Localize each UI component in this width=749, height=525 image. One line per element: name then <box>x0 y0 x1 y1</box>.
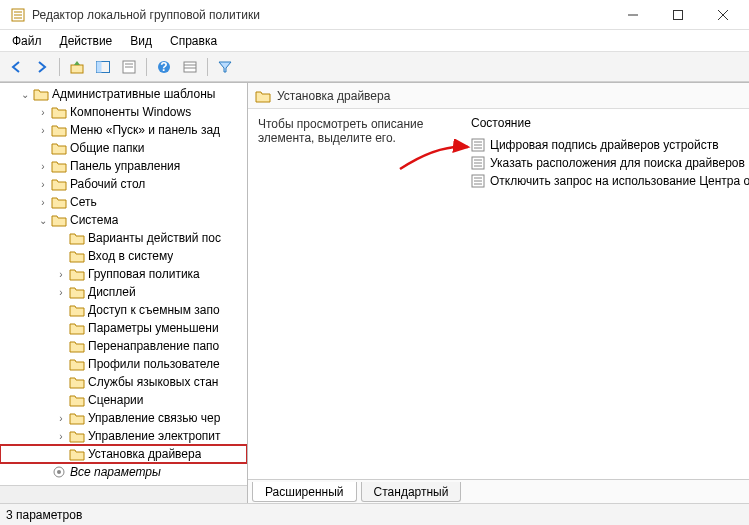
tree-item[interactable]: ›Перенаправление папо <box>0 337 247 355</box>
tree-item-driver-install[interactable]: ›Установка драйвера <box>0 445 247 463</box>
folder-icon <box>69 393 85 407</box>
setting-label: Цифровая подпись драйверов устройств <box>490 138 719 152</box>
folder-icon <box>69 357 85 371</box>
app-icon <box>10 7 26 23</box>
menu-file[interactable]: Файл <box>4 32 50 50</box>
tree-item[interactable]: ›Управление связью чер <box>0 409 247 427</box>
tree-item[interactable]: ›Рабочий стол <box>0 175 247 193</box>
expand-icon[interactable]: › <box>36 125 50 136</box>
collapse-icon[interactable]: ⌄ <box>36 215 50 226</box>
tree-item[interactable]: ›Групповая политика <box>0 265 247 283</box>
column-header-state[interactable]: Состояние <box>463 113 749 136</box>
svg-rect-5 <box>673 10 682 19</box>
tree-item[interactable]: ›Сеть <box>0 193 247 211</box>
tree-item-admin-templates[interactable]: ⌄ Административные шаблоны <box>0 85 247 103</box>
folder-icon <box>69 429 85 443</box>
main-area: ⌄ Административные шаблоны ›Компоненты W… <box>0 82 749 503</box>
tree-item[interactable]: ›Параметры уменьшени <box>0 319 247 337</box>
tree-item[interactable]: ›Меню «Пуск» и панель зад <box>0 121 247 139</box>
tree-item[interactable]: ›Общие папки <box>0 139 247 157</box>
tree-label: Доступ к съемным запо <box>88 303 220 317</box>
folder-icon <box>69 303 85 317</box>
tree-label: Рабочий стол <box>70 177 145 191</box>
tree-item[interactable]: ›Компоненты Windows <box>0 103 247 121</box>
menu-help[interactable]: Справка <box>162 32 225 50</box>
status-text: 3 параметров <box>6 508 82 522</box>
tree-label: Общие папки <box>70 141 144 155</box>
content-title: Установка драйвера <box>277 89 390 103</box>
properties-button[interactable] <box>117 55 141 79</box>
expand-icon[interactable]: › <box>36 161 50 172</box>
tree-item[interactable]: ›Вход в систему <box>0 247 247 265</box>
tree-item[interactable]: ›Варианты действий пос <box>0 229 247 247</box>
tab-standard[interactable]: Стандартный <box>361 482 462 502</box>
tree-item[interactable]: ›Панель управления <box>0 157 247 175</box>
setting-icon <box>471 138 485 152</box>
expand-icon[interactable]: › <box>36 179 50 190</box>
tree-label: Варианты действий пос <box>88 231 221 245</box>
folder-icon <box>69 231 85 245</box>
list-button[interactable] <box>178 55 202 79</box>
setting-item[interactable]: Цифровая подпись драйверов устройств <box>463 136 749 154</box>
tree-pane: ⌄ Административные шаблоны ›Компоненты W… <box>0 83 248 503</box>
menubar: Файл Действие Вид Справка <box>0 30 749 52</box>
folder-icon <box>69 285 85 299</box>
forward-button[interactable] <box>30 55 54 79</box>
status-bar: 3 параметров <box>0 503 749 525</box>
show-hide-tree-button[interactable] <box>91 55 115 79</box>
tree-item[interactable]: ›Управление электропит <box>0 427 247 445</box>
tree[interactable]: ⌄ Административные шаблоны ›Компоненты W… <box>0 83 247 485</box>
tree-label: Система <box>70 213 118 227</box>
setting-item[interactable]: Отключить запрос на использование Центра… <box>463 172 749 190</box>
folder-icon <box>69 321 85 335</box>
toolbar-separator <box>207 58 208 76</box>
tree-scrollbar[interactable] <box>0 485 247 503</box>
tree-label: Управление электропит <box>88 429 221 443</box>
settings-icon <box>51 465 67 479</box>
folder-icon <box>51 123 67 137</box>
help-button[interactable]: ? <box>152 55 176 79</box>
menu-action[interactable]: Действие <box>52 32 121 50</box>
tree-item-system[interactable]: ⌄Система <box>0 211 247 229</box>
setting-item[interactable]: Указать расположения для поиска драйверо… <box>463 154 749 172</box>
setting-icon <box>471 174 485 188</box>
tree-label: Компоненты Windows <box>70 105 191 119</box>
tree-item[interactable]: ›Профили пользователе <box>0 355 247 373</box>
close-button[interactable] <box>700 1 745 29</box>
svg-rect-10 <box>97 61 102 72</box>
settings-list: Состояние Цифровая подпись драйверов уст… <box>463 109 749 479</box>
up-button[interactable] <box>65 55 89 79</box>
folder-icon <box>51 177 67 191</box>
expand-icon[interactable]: › <box>54 287 68 298</box>
tree-item[interactable]: ›Сценарии <box>0 391 247 409</box>
folder-icon <box>69 339 85 353</box>
tree-item[interactable]: ›Дисплей <box>0 283 247 301</box>
tab-extended[interactable]: Расширенный <box>252 482 357 502</box>
svg-rect-8 <box>71 65 83 73</box>
maximize-button[interactable] <box>655 1 700 29</box>
tree-item[interactable]: ›Службы языковых стан <box>0 373 247 391</box>
collapse-icon[interactable]: ⌄ <box>18 89 32 100</box>
toolbar: ? <box>0 52 749 82</box>
tree-item[interactable]: ›Доступ к съемным запо <box>0 301 247 319</box>
expand-icon[interactable]: › <box>54 269 68 280</box>
folder-icon <box>51 141 67 155</box>
svg-point-20 <box>57 470 61 474</box>
menu-view[interactable]: Вид <box>122 32 160 50</box>
tree-item-all-settings[interactable]: ›Все параметры <box>0 463 247 481</box>
expand-icon[interactable]: › <box>36 107 50 118</box>
expand-icon[interactable]: › <box>54 413 68 424</box>
tree-label: Службы языковых стан <box>88 375 218 389</box>
expand-icon[interactable]: › <box>36 197 50 208</box>
expand-icon[interactable]: › <box>54 431 68 442</box>
folder-icon <box>51 159 67 173</box>
content-body: Чтобы просмотреть описание элемента, выд… <box>248 109 749 479</box>
tree-label: Меню «Пуск» и панель зад <box>70 123 220 137</box>
minimize-button[interactable] <box>610 1 655 29</box>
folder-icon <box>69 375 85 389</box>
titlebar: Редактор локальной групповой политики <box>0 0 749 30</box>
folder-icon <box>51 213 67 227</box>
tree-label: Дисплей <box>88 285 136 299</box>
filter-button[interactable] <box>213 55 237 79</box>
back-button[interactable] <box>4 55 28 79</box>
